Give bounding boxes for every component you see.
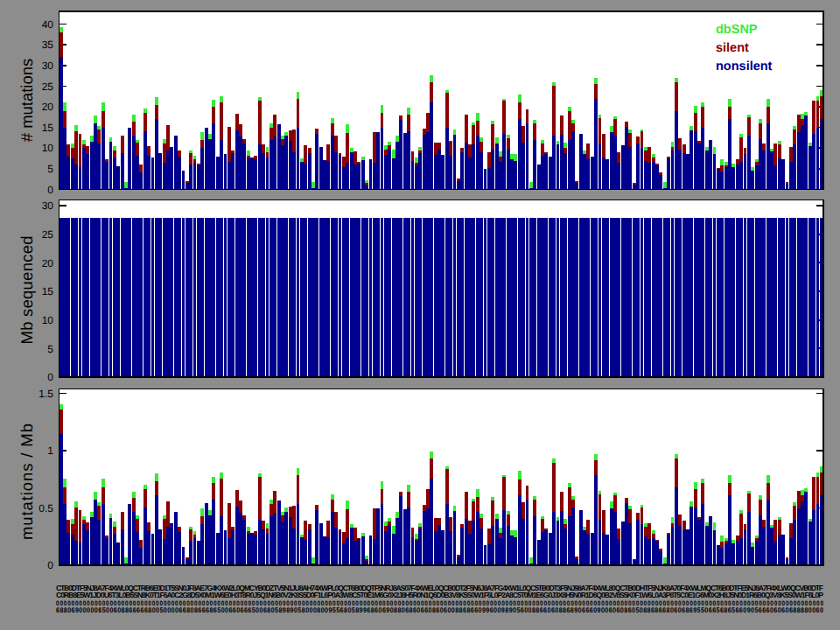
svg-text:dbSNP: dbSNP <box>716 23 758 37</box>
svg-text:1: 1 <box>47 444 53 457</box>
svg-text:40: 40 <box>42 18 54 31</box>
svg-text:nonsilent: nonsilent <box>716 60 773 74</box>
svg-text:mutations / Mb: mutations / Mb <box>18 424 36 540</box>
svg-text:0.5: 0.5 <box>38 502 53 514</box>
svg-text:15: 15 <box>42 285 54 298</box>
svg-text:silent: silent <box>716 41 749 55</box>
svg-text:20: 20 <box>42 101 54 113</box>
svg-text:5: 5 <box>47 343 53 355</box>
svg-text:20: 20 <box>42 257 54 270</box>
svg-text:0: 0 <box>47 371 53 383</box>
svg-text:5: 5 <box>47 163 53 175</box>
svg-text:15: 15 <box>42 122 54 134</box>
svg-text:10: 10 <box>42 142 54 154</box>
svg-text:0: 0 <box>47 184 53 196</box>
svg-text:10: 10 <box>42 314 54 326</box>
svg-text:25: 25 <box>42 228 54 241</box>
svg-text:25: 25 <box>42 80 54 93</box>
svg-text:30: 30 <box>42 60 54 72</box>
svg-text:0: 0 <box>47 559 53 571</box>
svg-text:# mutations: # mutations <box>18 59 36 143</box>
svg-text:30: 30 <box>42 200 54 212</box>
svg-text:Mb sequenced: Mb sequenced <box>18 236 36 345</box>
svg-text:1.5: 1.5 <box>38 388 53 400</box>
svg-text:688069000006500608866666800500: 6880690000065006088666668005000066808666… <box>56 606 823 614</box>
svg-text:35: 35 <box>42 38 54 51</box>
